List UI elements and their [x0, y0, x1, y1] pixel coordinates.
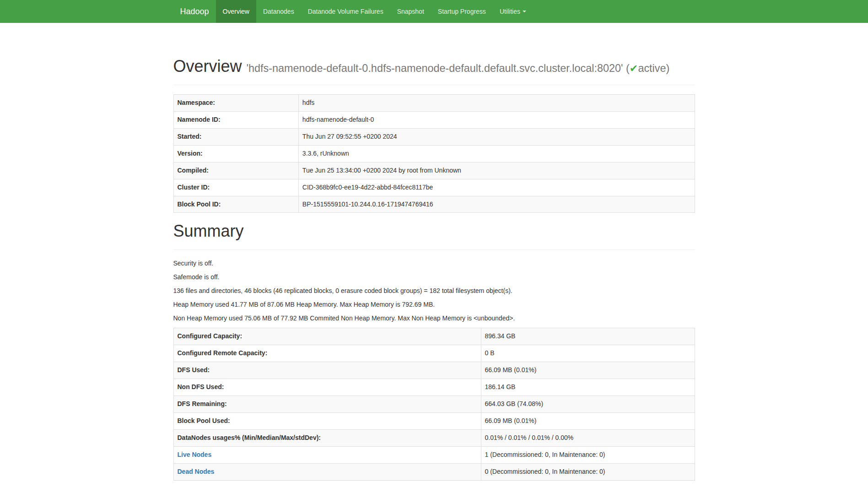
- row-value: 664.03 GB (74.08%): [481, 395, 695, 412]
- nav-item-label: Datanodes: [263, 7, 294, 16]
- nav-item-datanode-volume-failures[interactable]: Datanode Volume Failures: [301, 0, 390, 23]
- navbar: Hadoop Overview Datanodes Datanode Volum…: [0, 0, 868, 23]
- row-value: 0 (Decommissioned: 0, In Maintenance: 0): [481, 463, 695, 480]
- nav-item-startup-progress[interactable]: Startup Progress: [431, 0, 493, 23]
- summary-title: Summary: [173, 222, 695, 240]
- page-subtitle: 'hdfs-namenode-default-0.hdfs-namenode-d…: [247, 62, 670, 74]
- row-value: 66.09 MB (0.01%): [481, 362, 695, 379]
- safemode-status-text: Safemode is off.: [173, 273, 695, 282]
- row-value: 1 (Decommissioned: 0, In Maintenance: 0): [481, 446, 695, 463]
- row-live-nodes: Live Nodes1 (Decommissioned: 0, In Maint…: [173, 446, 695, 463]
- row-value: hdfs: [298, 94, 695, 111]
- summary-table: Configured Capacity:896.34 GB Configured…: [173, 328, 695, 481]
- row-label: Cluster ID:: [173, 179, 298, 196]
- row-block-pool-id: Block Pool ID:BP-1515559101-10.244.0.16-…: [173, 196, 695, 213]
- row-label: DataNodes usages% (Min/Median/Max/stdDev…: [173, 429, 481, 446]
- nav-item-label: Overview: [223, 7, 249, 16]
- row-namespace: Namespace:hdfs: [173, 94, 695, 111]
- nav-item-label: Utilities: [500, 7, 520, 16]
- row-value: Thu Jun 27 09:52:55 +0200 2024: [298, 128, 695, 145]
- row-value: BP-1515559101-10.244.0.16-1719474769416: [298, 196, 695, 213]
- row-version: Version:3.3.6, rUnknown: [173, 145, 695, 162]
- status-text: active): [638, 62, 669, 74]
- navbar-inner: Hadoop Overview Datanodes Datanode Volum…: [167, 0, 702, 23]
- nav-item-utilities-dropdown[interactable]: Utilities: [493, 0, 533, 23]
- row-label: Non DFS Used:: [173, 379, 481, 395]
- row-value: 0 B: [481, 345, 695, 362]
- nav-item-datanodes[interactable]: Datanodes: [256, 0, 301, 23]
- row-value: Tue Jun 25 13:34:00 +0200 2024 by root f…: [298, 162, 695, 179]
- row-cluster-id: Cluster ID:CID-368b9fc0-ee19-4d22-abbd-8…: [173, 179, 695, 196]
- namenode-info-table: Namespace:hdfs Namenode ID:hdfs-namenode…: [173, 94, 695, 213]
- row-label: Configured Capacity:: [173, 328, 481, 345]
- nav-item-label: Datanode Volume Failures: [308, 7, 383, 16]
- row-compiled: Compiled:Tue Jun 25 13:34:00 +0200 2024 …: [173, 162, 695, 179]
- chevron-down-icon: [523, 11, 526, 12]
- row-configured-remote-capacity: Configured Remote Capacity:0 B: [173, 345, 695, 362]
- row-label: Compiled:: [173, 162, 298, 179]
- divider: [173, 249, 695, 250]
- nav-item-overview[interactable]: Overview: [216, 0, 256, 23]
- row-label: DFS Remaining:: [173, 395, 481, 412]
- row-value: 66.09 MB (0.01%): [481, 412, 695, 429]
- row-label: Namenode ID:: [173, 111, 298, 128]
- non-heap-memory-text: Non Heap Memory used 75.06 MB of 77.92 M…: [173, 314, 695, 323]
- check-icon: ✔: [630, 63, 638, 74]
- namenode-address: 'hdfs-namenode-default-0.hdfs-namenode-d…: [247, 62, 623, 74]
- row-started: Started:Thu Jun 27 09:52:55 +0200 2024: [173, 128, 695, 145]
- row-non-dfs-used: Non DFS Used:186.14 GB: [173, 379, 695, 395]
- navbar-menu: Overview Datanodes Datanode Volume Failu…: [216, 0, 533, 23]
- row-dfs-remaining: DFS Remaining:664.03 GB (74.08%): [173, 395, 695, 412]
- dead-nodes-link[interactable]: Dead Nodes: [178, 468, 215, 475]
- row-datanode-usages: DataNodes usages% (Min/Median/Max/stdDev…: [173, 429, 695, 446]
- page-title: Overview 'hdfs-namenode-default-0.hdfs-n…: [173, 57, 695, 76]
- divider: [173, 85, 695, 85]
- brand: Hadoop: [173, 0, 216, 23]
- row-value: 3.3.6, rUnknown: [298, 145, 695, 162]
- row-label: Started:: [173, 128, 298, 145]
- row-dead-nodes: Dead Nodes0 (Decommissioned: 0, In Maint…: [173, 463, 695, 480]
- row-label: Configured Remote Capacity:: [173, 345, 481, 362]
- row-value: 896.34 GB: [481, 328, 695, 345]
- row-dfs-used: DFS Used:66.09 MB (0.01%): [173, 362, 695, 379]
- row-label: Live Nodes: [173, 446, 481, 463]
- row-namenode-id: Namenode ID:hdfs-namenode-default-0: [173, 111, 695, 128]
- page-title-text: Overview: [173, 57, 242, 76]
- main-content: Overview 'hdfs-namenode-default-0.hdfs-n…: [167, 23, 702, 481]
- row-label: Dead Nodes: [173, 463, 481, 480]
- row-value: CID-368b9fc0-ee19-4d22-abbd-84fcec8117be: [298, 179, 695, 196]
- row-value: 0.01% / 0.01% / 0.01% / 0.00%: [481, 429, 695, 446]
- status-badge: (✔active): [626, 62, 669, 74]
- live-nodes-link[interactable]: Live Nodes: [178, 451, 212, 458]
- filesystem-objects-text: 136 files and directories, 46 blocks (46…: [173, 287, 695, 296]
- row-label: Block Pool Used:: [173, 412, 481, 429]
- nav-item-snapshot[interactable]: Snapshot: [390, 0, 431, 23]
- heap-memory-text: Heap Memory used 41.77 MB of 87.06 MB He…: [173, 300, 695, 309]
- row-configured-capacity: Configured Capacity:896.34 GB: [173, 328, 695, 345]
- row-block-pool-used: Block Pool Used:66.09 MB (0.01%): [173, 412, 695, 429]
- nav-item-label: Snapshot: [397, 7, 424, 16]
- row-value: hdfs-namenode-default-0: [298, 111, 695, 128]
- row-label: Version:: [173, 145, 298, 162]
- row-value: 186.14 GB: [481, 379, 695, 395]
- row-label: DFS Used:: [173, 362, 481, 379]
- row-label: Namespace:: [173, 94, 298, 111]
- nav-item-label: Startup Progress: [438, 7, 486, 16]
- row-label: Block Pool ID:: [173, 196, 298, 213]
- security-status-text: Security is off.: [173, 259, 695, 268]
